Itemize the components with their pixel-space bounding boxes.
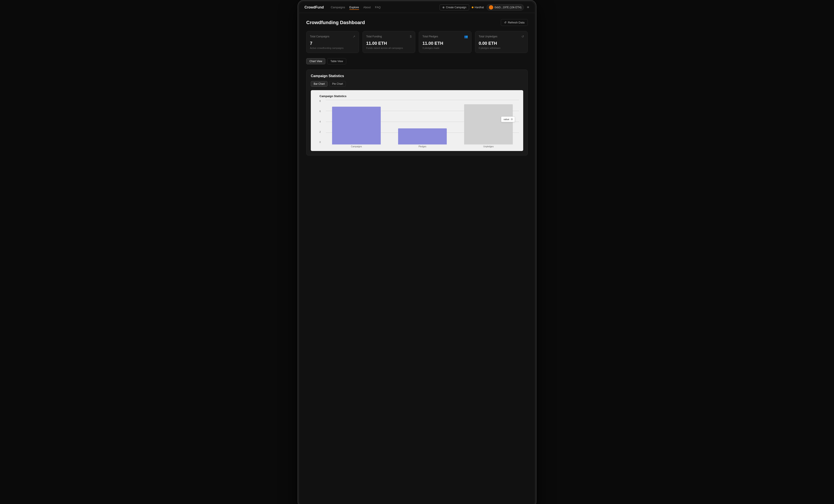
people-icon: 👥 — [464, 35, 468, 38]
chart-section-title: Campaign Statistics — [311, 74, 523, 78]
unpledge-icon: ↺ — [522, 35, 524, 38]
refresh-icon: ↺ — [504, 21, 506, 24]
bar-unpledges: value : 0 — [464, 104, 513, 145]
chart-section: Campaign Statistics Bar Chart Pie Chart … — [306, 69, 528, 156]
refresh-button[interactable]: ↺ Refresh Data — [501, 19, 528, 26]
dashboard-header: Crowdfunding Dashboard ↺ Refresh Data — [306, 19, 528, 26]
bar-label-pledges: Pledges — [418, 145, 426, 148]
network-label: Hardhat — [475, 6, 484, 9]
nav-explore[interactable]: Explore — [349, 5, 359, 10]
pie-chart-button[interactable]: Pie Chart — [329, 81, 346, 87]
stat-card-header-funding: Total Funding $ — [366, 35, 412, 38]
view-toggle: Chart View Table View — [306, 58, 528, 64]
network-badge: Hardhat — [472, 6, 484, 9]
navbar: CrowdFund Campaigns Explore About FAQ ⊕ … — [299, 2, 535, 13]
stat-card-header-pledges: Total Pledges 👥 — [422, 35, 468, 38]
nav-campaigns[interactable]: Campaigns — [331, 5, 345, 10]
wallet-badge[interactable]: 0xbD...197E (10k ETH) — [486, 4, 524, 10]
table-view-button[interactable]: Table View — [327, 58, 346, 64]
nav-about[interactable]: About — [364, 5, 371, 10]
main-content: Crowdfunding Dashboard ↺ Refresh Data To… — [299, 13, 535, 504]
dollar-icon: $ — [410, 35, 412, 38]
refresh-label: Refresh Data — [508, 21, 525, 24]
bar-group-pledges: Pledges — [392, 104, 453, 148]
y-label-4: 4 — [320, 120, 321, 123]
nav-right: ⊕ Create Campaign Hardhat 0xbD...197E (1… — [440, 4, 529, 10]
device-inner: CrowdFund Campaigns Explore About FAQ ⊕ … — [299, 2, 535, 504]
stat-label-pledges: Total Pledges — [422, 35, 438, 38]
dashboard-title: Crowdfunding Dashboard — [306, 20, 365, 25]
wallet-address: 0xbD...197E (10k ETH) — [495, 6, 522, 9]
stats-grid: Total Campaigns ↗ 7 Active crowdfunding … — [306, 31, 528, 53]
create-campaign-label: Create Campaign — [446, 6, 466, 9]
plus-icon: ⊕ — [442, 6, 444, 9]
bar-campaigns — [332, 107, 381, 145]
stat-card-funding: Total Funding $ 11.00 ETH Funds raised a… — [363, 31, 415, 53]
stat-sub-campaigns: Active crowdfunding campaigns — [310, 47, 355, 49]
stat-label-funding: Total Funding — [366, 35, 382, 38]
y-label-0: 0 — [320, 141, 321, 144]
y-label-2: 2 — [320, 131, 321, 133]
nav-faq[interactable]: FAQ — [375, 5, 381, 10]
stat-card-header-unpledges: Total Unpledges ↺ — [479, 35, 524, 38]
stat-sub-pledges: 3 pledges made — [422, 47, 468, 49]
stat-value-pledges: 11.00 ETH — [422, 41, 468, 46]
chart-view-button[interactable]: Chart View — [306, 58, 325, 64]
y-label-8: 8 — [320, 100, 321, 102]
theme-toggle-icon[interactable]: ☀ — [526, 5, 529, 9]
stat-sub-unpledges: 0 pledges withdrawn — [479, 47, 524, 49]
stat-card-header: Total Campaigns ↗ — [310, 35, 355, 38]
stat-card-unpledges: Total Unpledges ↺ 0.00 ETH 0 pledges wit… — [475, 31, 528, 53]
stat-value-unpledges: 0.00 ETH — [479, 41, 524, 46]
y-label-6: 6 — [320, 110, 321, 112]
create-campaign-button[interactable]: ⊕ Create Campaign — [440, 4, 469, 10]
bar-label-campaigns: Campaigns — [351, 145, 362, 148]
bar-chart-button[interactable]: Bar Chart — [311, 81, 328, 87]
bar-pledges — [398, 128, 447, 145]
stat-sub-funding: Funds raised across all campaigns — [366, 47, 412, 49]
stat-value-funding: 11.00 ETH — [366, 41, 412, 46]
bar-group-campaigns: Campaigns — [326, 104, 387, 148]
stat-label-unpledges: Total Unpledges — [479, 35, 497, 38]
wallet-avatar — [489, 5, 493, 9]
stat-card-campaigns: Total Campaigns ↗ 7 Active crowdfunding … — [306, 31, 359, 53]
bar-label-unpledges: Unpledges — [483, 145, 494, 148]
stat-value-campaigns: 7 — [310, 41, 355, 46]
stat-label-campaigns: Total Campaigns — [310, 35, 329, 38]
network-dot — [472, 6, 474, 8]
grid-line-8 — [326, 100, 519, 100]
bar-chart-area: 8 6 4 2 0 — [320, 100, 519, 148]
device-frame: CrowdFund Campaigns Explore About FAQ ⊕ … — [298, 0, 536, 504]
chart-tooltip: value : 0 — [501, 116, 515, 122]
chart-type-buttons: Bar Chart Pie Chart — [311, 81, 523, 87]
nav-links: Campaigns Explore About FAQ — [331, 5, 440, 10]
trend-icon: ↗ — [353, 35, 355, 38]
y-axis: 8 6 4 2 0 — [320, 100, 322, 144]
app-logo: CrowdFund — [305, 5, 324, 9]
chart-inner-title: Campaign Statistics — [320, 94, 519, 98]
bars-container: Campaigns Pledges value : 0 — [326, 104, 519, 148]
chart-container: Campaign Statistics 8 6 4 2 0 — [311, 90, 523, 151]
stat-card-pledges: Total Pledges 👥 11.00 ETH 3 pledges made — [419, 31, 471, 53]
bar-group-unpledges: value : 0 Unpledges — [458, 104, 519, 148]
